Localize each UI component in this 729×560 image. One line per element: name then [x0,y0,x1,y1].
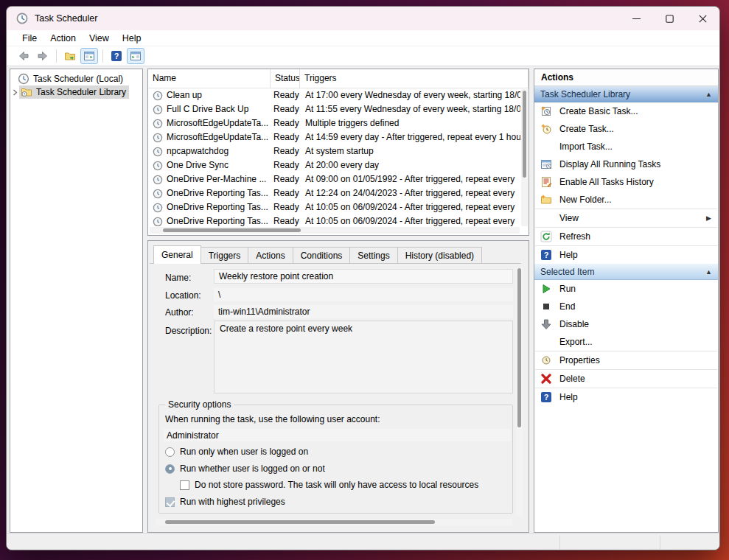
details-horizontal-scrollbar[interactable] [156,519,512,525]
tab-history[interactable]: History (disabled) [398,247,482,264]
action-create-task[interactable]: Create Task... [534,120,718,138]
action-help-library[interactable]: ? Help [534,246,718,264]
details-vertical-scrollbar[interactable] [516,267,523,516]
group-title: Security options [165,399,234,410]
task-name: OneDrive Per-Machine ... [167,172,266,186]
description-field[interactable]: Create a restore point every week [214,321,513,393]
action-run[interactable]: Run [534,280,718,298]
menu-action[interactable]: Action [43,32,83,45]
minimize-button[interactable] [620,7,653,30]
menu-view[interactable]: View [83,32,116,45]
checkbox-run-highest-privileges[interactable]: Run with highest privileges [165,497,506,507]
action-export[interactable]: Export... [534,333,718,351]
console-tree-panel: Task Scheduler (Local) Task Scheduler Li… [10,69,143,533]
action-create-basic-task[interactable]: Create Basic Task... [534,102,718,120]
action-new-folder[interactable]: New Folder... [534,191,718,209]
window-title: Task Scheduler [35,13,97,24]
table-row[interactable]: OneDrive Per-Machine ... Ready At 09:00 … [148,172,520,186]
back-icon[interactable] [15,48,32,64]
chevron-right-icon[interactable] [10,89,19,96]
table-row[interactable]: OneDrive Reporting Tas... Ready At 10:05… [148,200,520,214]
column-header-name[interactable]: Name [148,69,271,88]
task-triggers: At 17:00 every Wednesday of every week, … [300,88,520,102]
action-label: Refresh [559,231,590,242]
checkbox-icon[interactable] [180,480,189,490]
action-import-task[interactable]: Import Task... [534,138,718,155]
task-status: Ready [271,186,299,200]
clock-icon [153,133,163,143]
clock-icon [153,91,163,101]
checkbox-checked-icon[interactable] [165,497,175,507]
task-name: OneDrive Reporting Tas... [167,186,268,200]
console-window-icon[interactable] [80,48,98,64]
toolbar-separator [56,49,57,63]
tab-triggers[interactable]: Triggers [201,247,249,264]
close-button[interactable] [686,7,719,30]
task-triggers: At 10:05 on 06/09/2024 - After triggered… [300,214,520,226]
column-header-triggers[interactable]: Triggers [300,69,529,88]
list-horizontal-scrollbar[interactable] [150,227,520,234]
location-label: Location: [165,290,201,301]
account-value[interactable]: Administrator [164,429,511,441]
tab-general[interactable]: General [153,245,201,264]
column-header-status[interactable]: Status [271,69,300,88]
action-refresh[interactable]: Refresh [534,228,718,245]
action-delete[interactable]: Delete [534,370,718,388]
action-pane-icon[interactable] [127,48,144,64]
action-help-selected[interactable]: ? Help [534,388,718,406]
task-status: Ready [271,130,299,144]
tree-item-library[interactable]: Task Scheduler Library [10,85,142,99]
table-row[interactable]: Full C Drive Back Up Ready At 11:55 ever… [148,102,520,116]
tab-settings[interactable]: Settings [350,247,397,264]
show-console-tree-icon[interactable] [61,48,79,64]
action-label: Run [559,284,576,294]
menu-file[interactable]: File [15,32,43,45]
group-header-selected-item[interactable]: Selected Item ▲ [534,264,718,280]
menu-help[interactable]: Help [116,32,148,45]
forward-icon[interactable] [34,48,52,64]
disable-icon [540,318,552,330]
list-vertical-scrollbar[interactable] [521,89,528,226]
table-row[interactable]: npcapwatchdog Ready At system startup [148,144,520,158]
task-triggers: At 11:55 every Wednesday of every week, … [300,102,520,116]
action-label: Help [559,250,578,260]
submenu-arrow-icon: ▶ [706,214,711,222]
task-triggers: At 20:00 every day [300,158,520,172]
action-label: Properties [559,355,600,365]
radio-icon[interactable] [165,447,175,457]
collapse-icon[interactable]: ▲ [705,91,712,98]
tree-item-label: Task Scheduler Library [36,87,126,97]
task-triggers: At 14:59 every day - After triggered, re… [300,130,520,144]
collapse-icon[interactable]: ▲ [705,268,712,276]
action-properties[interactable]: Properties [534,351,718,369]
radio-run-whether[interactable]: Run whether user is logged on or not [165,463,506,474]
tree-item-local[interactable]: Task Scheduler (Local) [10,72,142,85]
properties-icon [540,354,552,366]
action-end[interactable]: End [534,298,718,315]
radio-selected-icon[interactable] [165,464,175,474]
task-name: One Drive Sync [167,158,229,172]
help-icon[interactable]: ? [108,48,125,64]
action-display-all-running-tasks[interactable]: Display All Running Tasks [534,155,718,173]
maximize-button[interactable] [653,7,686,30]
table-row[interactable]: OneDrive Reporting Tas... Ready At 10:05… [148,214,520,226]
action-disable[interactable]: Disable [534,315,718,333]
table-row[interactable]: Clean up Ready At 17:00 every Wednesday … [148,88,520,102]
name-field[interactable]: Weekly restore point creation [214,269,513,284]
group-header-library[interactable]: Task Scheduler Library ▲ [534,86,718,102]
action-view[interactable]: View ▶ [534,209,718,227]
action-label: View [559,213,579,223]
action-enable-all-tasks-history[interactable]: Enable All Tasks History [534,173,718,191]
account-hint: When running the task, use the following… [165,414,506,424]
tab-conditions[interactable]: Conditions [293,247,351,264]
checkbox-do-not-store-password[interactable]: Do not store password. The task will onl… [180,480,506,490]
radio-run-logged-on[interactable]: Run only when user is logged on [165,447,506,457]
table-row[interactable]: One Drive Sync Ready At 20:00 every day [148,158,520,172]
table-row[interactable]: OneDrive Reporting Tas... Ready At 12:24… [148,186,520,200]
clock-icon [18,73,29,85]
tab-actions[interactable]: Actions [248,247,293,264]
table-row[interactable]: MicrosoftEdgeUpdateTa... Ready Multiple … [148,116,520,130]
clock-app-icon [16,13,28,24]
actions-pane: Actions Task Scheduler Library ▲ Create … [534,69,719,533]
table-row[interactable]: MicrosoftEdgeUpdateTa... Ready At 14:59 … [148,130,520,144]
